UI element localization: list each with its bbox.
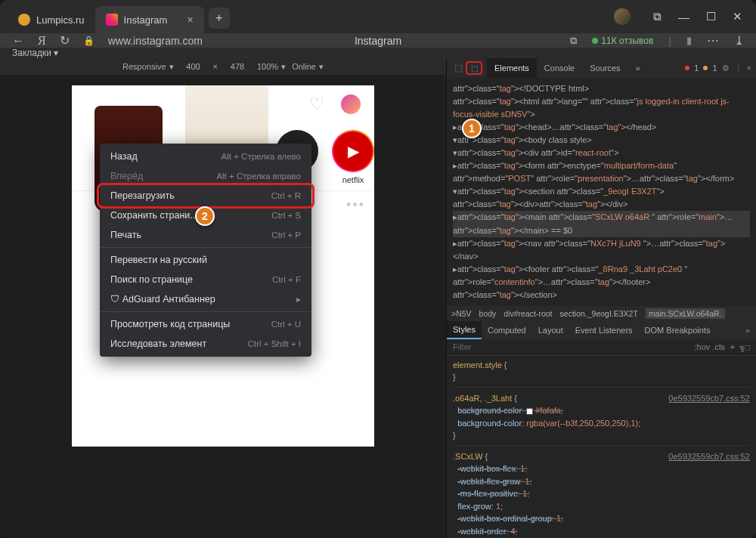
- tab-title: Lumpics.ru: [36, 14, 85, 26]
- inspect-icon[interactable]: ⬚: [451, 63, 466, 73]
- reload-button[interactable]: ↻: [60, 33, 70, 48]
- reviews-badge[interactable]: 11К отзывов: [592, 36, 653, 46]
- context-menu-item[interactable]: ВперёдAlt + Стрелка вправо: [100, 166, 311, 186]
- copy-icon[interactable]: ⧉: [570, 35, 577, 47]
- new-tab-button[interactable]: +: [209, 8, 230, 29]
- zoom-dropdown[interactable]: 100% ▾: [257, 62, 286, 72]
- context-menu-item[interactable]: ПерезагрузитьCtrl + R: [100, 186, 311, 206]
- more-tabs[interactable]: »: [628, 58, 648, 78]
- error-icon: [685, 66, 689, 70]
- height-input[interactable]: 478: [224, 62, 251, 71]
- breadcrumb[interactable]: >N5Vbodydiv#react-rootsection._9eogI.E3X…: [447, 306, 756, 321]
- home-button[interactable]: Я: [38, 34, 46, 48]
- network-dropdown[interactable]: Online ▾: [292, 62, 324, 72]
- context-menu-item[interactable]: 🛡 AdGuard Антибаннер▸: [100, 289, 311, 309]
- warning-icon: [703, 66, 708, 70]
- lock-icon: 🔒: [83, 36, 94, 46]
- filter-tools[interactable]: :hov .cls + ╗⬚: [695, 342, 750, 352]
- back-button[interactable]: ←: [12, 34, 24, 48]
- styles-pane[interactable]: element.style {}0e5932559cb7.css:52.o64a…: [447, 356, 756, 538]
- styles-subtab[interactable]: Styles: [447, 321, 482, 339]
- close-tab-icon[interactable]: ×: [187, 14, 193, 26]
- context-menu-item[interactable]: Просмотреть код страницыCtrl + U: [100, 314, 311, 334]
- filter-input[interactable]: Filter: [453, 342, 471, 351]
- context-menu-item[interactable]: Исследовать элементCtrl + Shift + I: [100, 334, 311, 354]
- menu-icon[interactable]: ⋯: [707, 33, 719, 48]
- styles-subtab[interactable]: Event Listeners: [569, 321, 639, 339]
- console-tab[interactable]: Console: [537, 58, 582, 78]
- context-menu: НазадAlt + Стрелка влевоВперёдAlt + Стре…: [100, 144, 311, 357]
- devtools-panel: ⬚ ⬚ Elements Console Sources » 1 1 ⚙ ⋮ ×…: [446, 58, 756, 538]
- favicon-lumpics: [18, 14, 30, 26]
- tab-lumpics[interactable]: Lumpics.ru: [8, 6, 95, 33]
- styles-tabs: StylesComputedLayoutEvent ListenersDOM B…: [447, 321, 756, 339]
- context-menu-item[interactable]: НазадAlt + Стрелка влево: [100, 147, 311, 166]
- profile-avatar[interactable]: [614, 8, 631, 25]
- more-icon[interactable]: »: [739, 326, 756, 335]
- separator: |: [668, 35, 671, 47]
- bookmarks-menu[interactable]: Закладки ▾: [12, 48, 58, 58]
- settings-icon[interactable]: ⚙: [722, 63, 730, 73]
- close-devtools-icon[interactable]: ×: [747, 63, 751, 73]
- styles-subtab[interactable]: Computed: [482, 321, 532, 339]
- styles-subtab[interactable]: DOM Breakpoints: [639, 321, 717, 339]
- device-toolbar: Responsive ▾ 400 × 478 100% ▾ Online ▾: [0, 58, 446, 75]
- collections-icon[interactable]: ⧉: [653, 10, 662, 23]
- elements-tab[interactable]: Elements: [487, 58, 537, 78]
- styles-filter-bar: Filter :hov .cls + ╗⬚: [447, 339, 756, 356]
- context-menu-item[interactable]: Перевести на русский: [100, 250, 311, 270]
- more-icon[interactable]: ⋮: [734, 63, 742, 73]
- dom-tree[interactable]: attr">class="tag"><!DOCTYPE html>attr">c…: [447, 78, 756, 306]
- sources-tab[interactable]: Sources: [582, 58, 627, 78]
- maximize-button[interactable]: ☐: [706, 10, 716, 23]
- width-input[interactable]: 400: [180, 62, 207, 71]
- responsive-dropdown[interactable]: Responsive ▾: [122, 62, 173, 72]
- minimize-button[interactable]: ―: [678, 11, 689, 23]
- address-bar: ← Я ↻ 🔒 www.instagram.com Instagram ⧉ 11…: [0, 33, 756, 48]
- user-avatar[interactable]: [341, 94, 361, 114]
- more-icon[interactable]: •••: [346, 197, 365, 213]
- dot-icon: [592, 38, 598, 44]
- story-item[interactable]: ▶ netflix: [332, 130, 374, 184]
- annotation-badge-1: 1: [462, 119, 482, 138]
- styles-subtab[interactable]: Layout: [532, 321, 569, 339]
- download-icon[interactable]: ⤓: [734, 33, 744, 48]
- context-menu-item[interactable]: ПечатьCtrl + P: [100, 225, 311, 245]
- url-text[interactable]: www.instagram.com: [108, 35, 203, 47]
- close-window-button[interactable]: ✕: [733, 10, 742, 23]
- context-menu-item[interactable]: Поиск по страницеCtrl + F: [100, 270, 311, 289]
- titlebar: Lumpics.ru Instagram × + ⧉ ― ☐ ✕: [0, 0, 756, 33]
- bookmarks-bar: Закладки ▾: [0, 48, 756, 58]
- bookmark-icon[interactable]: ▮: [686, 35, 692, 46]
- device-toggle-button[interactable]: ⬚: [466, 61, 482, 75]
- favicon-instagram: [106, 14, 118, 26]
- tab-instagram[interactable]: Instagram ×: [95, 6, 204, 33]
- annotation-badge-2: 2: [195, 206, 215, 226]
- tab-title: Instagram: [124, 14, 168, 26]
- activity-icon[interactable]: ♡: [309, 94, 324, 114]
- page-title: Instagram: [355, 35, 401, 47]
- devtools-tabs: ⬚ ⬚ Elements Console Sources » 1 1 ⚙ ⋮ ×: [447, 58, 756, 78]
